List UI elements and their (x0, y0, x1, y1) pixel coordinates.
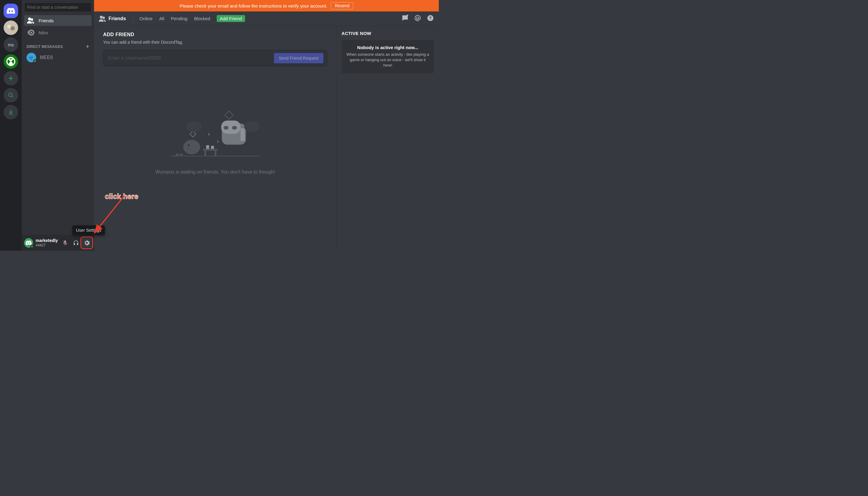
topbar-title-label: Friends (108, 16, 126, 21)
xbox-icon (6, 57, 15, 66)
svg-rect-15 (203, 149, 218, 151)
nitro-icon (27, 30, 34, 35)
activity-empty-card: Nobody is active right now... When someo… (341, 40, 434, 73)
avatar-placeholder-icon (4, 20, 18, 35)
tab-blocked[interactable]: Blocked (194, 16, 210, 21)
svg-point-22 (176, 153, 179, 156)
dm-avatar (27, 53, 36, 62)
dm-item[interactable]: MEE6 (24, 51, 92, 64)
nav-nitro-label: Nitro (38, 30, 48, 35)
svg-point-20 (186, 121, 202, 132)
svg-point-4 (31, 57, 33, 58)
divider (133, 15, 133, 22)
nav-nitro[interactable]: Nitro (24, 27, 92, 38)
explore-servers-button[interactable] (4, 88, 18, 103)
banner-text: Please check your email and follow the i… (180, 3, 327, 9)
svg-rect-17 (215, 151, 216, 156)
mute-mic-button[interactable] (60, 238, 70, 248)
friends-icon (27, 17, 34, 24)
friend-input-row: Send Friend Request (103, 50, 327, 66)
help-button[interactable]: ? (427, 14, 434, 23)
dm-panel: Friends Nitro DIRECT MESSAGES + MEE6 mar… (22, 0, 94, 251)
discord-clyde-icon (26, 241, 32, 245)
svg-point-21 (244, 121, 260, 132)
tab-online[interactable]: Online (140, 16, 153, 21)
self-tag: #4427 (35, 243, 58, 247)
svg-rect-19 (211, 146, 214, 149)
svg-point-2 (11, 26, 15, 30)
svg-point-1 (7, 25, 11, 28)
status-dot-online (33, 59, 37, 63)
topbar: Friends Online All Pending Blocked Add F… (94, 12, 439, 26)
self-info[interactable]: marketedly #4427 (35, 238, 58, 247)
nav-friends-label: Friends (38, 18, 53, 23)
svg-text:?: ? (429, 16, 432, 20)
dm-header: DIRECT MESSAGES + (22, 38, 94, 51)
compass-icon (8, 92, 14, 98)
headphones-icon (73, 240, 79, 246)
svg-rect-16 (204, 151, 206, 156)
home-button[interactable] (4, 4, 18, 18)
verify-email-banner: Please check your email and follow the i… (94, 0, 439, 12)
server-initials[interactable]: ms (4, 37, 18, 52)
at-icon (414, 14, 421, 22)
self-avatar[interactable] (24, 238, 33, 248)
self-status-dot (30, 245, 34, 248)
svg-rect-18 (206, 145, 209, 149)
create-dm-button[interactable]: + (86, 43, 89, 50)
friend-tag-input[interactable] (108, 56, 274, 61)
add-friend-subtext: You can add a friend with their DiscordT… (103, 40, 327, 45)
svg-point-13 (183, 140, 200, 154)
gear-icon (84, 240, 90, 246)
plus-icon (8, 75, 14, 81)
wumpus-illustration (158, 108, 272, 157)
send-friend-request-button[interactable]: Send Friend Request (274, 53, 323, 63)
download-icon (8, 109, 14, 115)
tab-all[interactable]: All (159, 16, 164, 21)
server-xbox[interactable] (4, 54, 18, 69)
main-area: Please check your email and follow the i… (94, 0, 439, 251)
server-initials-label: ms (8, 42, 14, 47)
nav-friends[interactable]: Friends (24, 15, 92, 26)
user-panel: marketedly #4427 (22, 235, 94, 251)
download-apps-button[interactable] (4, 105, 18, 119)
annotation-label: click here (105, 192, 138, 201)
deafen-button[interactable] (71, 238, 81, 248)
new-group-dm-button[interactable] (401, 14, 409, 23)
activity-card-body: When someone starts an activity - like p… (346, 52, 429, 68)
server-rail: ms (0, 0, 22, 251)
server-avatar[interactable] (4, 20, 18, 35)
self-username: marketedly (35, 238, 58, 243)
active-now-heading: Active Now (341, 31, 434, 36)
active-now-sidebar: Active Now Nobody is active right now...… (336, 26, 439, 251)
conversation-search-input[interactable] (27, 5, 89, 10)
svg-rect-11 (232, 126, 237, 129)
user-settings-button[interactable] (82, 238, 92, 248)
svg-point-14 (188, 144, 189, 146)
discord-logo-icon (6, 8, 15, 14)
conversation-search[interactable] (25, 3, 91, 12)
svg-rect-12 (241, 128, 245, 141)
inbox-button[interactable] (414, 14, 421, 23)
content-main: ADD FRIEND You can add a friend with the… (94, 26, 336, 251)
add-friend-heading: ADD FRIEND (103, 32, 327, 37)
empty-state-text: Wumpus is waiting on friends. You don't … (156, 169, 275, 175)
user-settings-tooltip: User Settings (72, 226, 105, 235)
tab-pending[interactable]: Pending (171, 16, 187, 21)
empty-state: Wumpus is waiting on friends. You don't … (103, 108, 327, 175)
help-icon: ? (427, 14, 434, 22)
activity-card-title: Nobody is active right now... (346, 45, 429, 50)
mic-muted-icon (62, 240, 68, 246)
message-plus-icon (401, 14, 409, 22)
resend-button[interactable]: Resend (331, 2, 353, 9)
svg-rect-23 (180, 154, 183, 155)
svg-point-3 (30, 57, 31, 58)
svg-rect-10 (223, 126, 229, 129)
friends-icon (99, 16, 106, 22)
dm-item-name: MEE6 (40, 55, 53, 60)
topbar-title: Friends (99, 16, 126, 22)
add-server-button[interactable] (4, 71, 18, 86)
tab-add-friend[interactable]: Add Friend (217, 15, 245, 22)
dm-header-label: DIRECT MESSAGES (27, 45, 63, 49)
